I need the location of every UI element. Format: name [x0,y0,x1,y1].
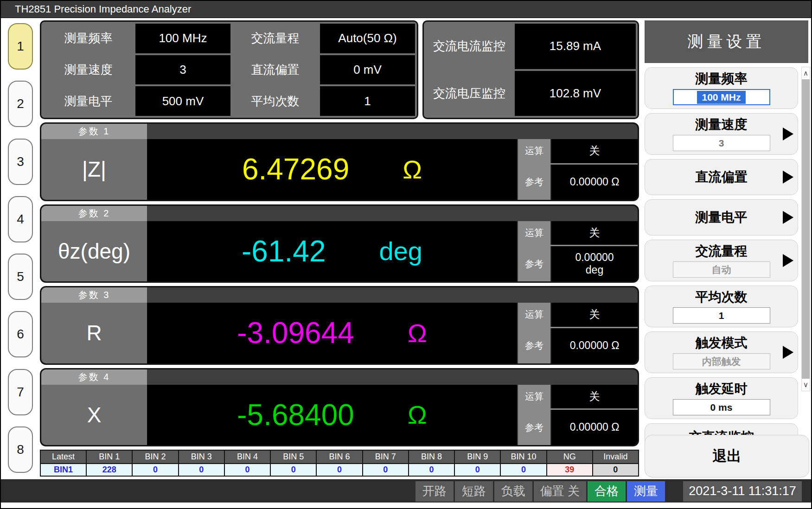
menu-item-label: 直流偏置 [696,169,748,185]
bin-column-value: 0 [363,464,408,476]
menu-item-label: 测量频率 [696,71,748,87]
parameter-unit: Ω [403,154,422,185]
sidebar-menu-item[interactable]: 平均次数 1 [645,286,798,327]
menu-item-label: 平均次数 [696,289,748,305]
top-summary-row: 测量频率 100 MHz 交流量程 Auto(50 Ω) 测量速度 3 直流偏置… [40,20,639,119]
bin-column-value: 0 [317,464,362,476]
setting-label: 直流偏置 [232,55,318,85]
setting-label: 测量电平 [43,86,134,116]
monitor-panel: 交流电流监控 15.89 mA 交流电压监控 102.8 mV [422,20,639,119]
parameter-name: R [41,303,147,363]
menu-item-label: 触发延时 [696,381,748,397]
sidebar-menu-item[interactable]: 测量速度 3 [645,113,798,155]
channel-tab[interactable]: 5 [8,254,33,300]
channel-tab[interactable]: 3 [8,139,33,185]
sidebar-menu-item[interactable]: 触发延时 0 ms [645,377,798,419]
sidebar-menu-item[interactable]: 测量频率 100 MHz [645,67,798,109]
menu-item-value-box[interactable]: 1 [673,307,770,324]
monitor-value: 15.89 mA [515,24,636,69]
status-datetime: 2021-3-11 11:31:17 [683,481,802,502]
exit-button[interactable]: 退出 [645,435,809,477]
parameter-unit: Ω [408,400,427,430]
channel-tab[interactable]: 1 [8,23,33,70]
channel-tab[interactable]: 7 [8,369,33,415]
bin-column-header: Latest [41,451,86,463]
parameter-panel: 参数 1 |Z| 6.47269 Ω 运算 关 [40,122,639,201]
bin-column-value: 0 [225,464,270,476]
chevron-right-icon [783,346,793,359]
operation-value: 关 [551,221,638,245]
bin-column-value: 0 [501,464,546,476]
sidebar-menu-item[interactable]: 测量电平 [645,199,798,235]
menu-item-option-box[interactable]: 自动 [673,261,770,278]
parameter-side-block: 运算 关 参考 0.00000 Ω [517,385,638,445]
sidebar-scrollbar[interactable]: ∧ ∨ [801,67,810,391]
status-cell[interactable]: 负载 [494,481,532,502]
status-cell[interactable]: 偏置 关 [534,481,586,502]
operation-label: 运算 [518,385,551,409]
bin-column-value: 0 [455,464,500,476]
bin-column-header: BIN 4 [225,451,270,463]
bin-column-header: BIN 9 [455,451,500,463]
chevron-right-icon [783,254,793,267]
monitor-label: 交流电流监控 [426,24,513,69]
bin-column-value: 0 [271,464,316,476]
parameter-header: 参数 4 [41,369,638,385]
app-title: TH2851 Precision Impedance Analyzer [15,3,191,15]
channel-tab-column: 12345678 [1,20,40,479]
channel-tab[interactable]: 4 [8,196,33,242]
reference-label: 参考 [518,165,551,200]
parameter-panel: 参数 4 X -5.68400 Ω 运算 关 [40,368,639,447]
parameter-header-tab: 参数 4 [41,369,147,385]
reference-value: 0.00000 deg [551,246,638,281]
parameter-header: 参数 2 [41,206,638,221]
parameter-display: -3.09644 Ω [147,303,517,363]
menu-item-value-box[interactable]: 0 ms [673,399,770,415]
operation-value: 关 [551,303,638,327]
setting-value: 3 [135,55,230,85]
bin-column-header: NG [547,451,592,463]
setting-value: 500 mV [135,86,230,116]
operation-row: 运算 关 [518,139,638,165]
channel-tab[interactable]: 6 [8,311,33,357]
channel-tab[interactable]: 8 [8,426,33,473]
setting-label: 测量频率 [43,24,134,53]
menu-item-value-box[interactable]: 3 [673,135,770,151]
bin-column-header: BIN 5 [271,451,316,463]
scroll-down-icon[interactable]: ∨ [803,379,808,391]
bin-column-header: BIN 7 [363,451,408,463]
settings-summary-panel: 测量频率 100 MHz 交流量程 Auto(50 Ω) 测量速度 3 直流偏置… [40,20,418,119]
sidebar-menu: 测量设置 测量频率 100 MHz 测量速度 3 [642,20,811,479]
status-cell[interactable]: 合格 [588,481,626,502]
sidebar-menu-item[interactable]: 触发模式 内部触发 [645,331,798,373]
menu-item-option-box[interactable]: 内部触发 [673,353,770,369]
menu-item-input-selected[interactable]: 100 MHz [673,89,770,105]
setting-value: 1 [320,86,415,116]
setting-value: 0 mV [320,55,415,85]
status-cell[interactable]: 开路 [416,481,454,502]
reference-row: 参考 0.00000 Ω [518,410,638,445]
bin-column-value: BIN1 [41,464,86,476]
parameter-body: R -3.09644 Ω 运算 关 [41,303,638,363]
sidebar-menu-item[interactable]: 直流偏置 [645,159,798,195]
setting-value: 100 MHz [135,24,230,53]
setting-label: 平均次数 [232,86,318,116]
scrollbar-thumb[interactable] [802,79,810,379]
chevron-right-icon [783,171,793,184]
sidebar-menu-item[interactable]: 交流量程 自动 [645,240,798,281]
chevron-right-icon [783,127,793,140]
parameter-header-tab: 参数 2 [41,206,147,221]
parameter-panel: 参数 2 θz(deg) -61.42 deg 运算 关 [40,204,639,283]
operation-row: 运算 关 [518,385,638,410]
reference-label: 参考 [518,328,551,363]
reference-value: 0.00000 Ω [551,328,638,363]
status-cell[interactable]: 测量 [627,481,665,502]
channel-tab[interactable]: 2 [8,81,33,127]
operation-label: 运算 [518,139,551,163]
parameter-body: θz(deg) -61.42 deg 运算 关 [41,221,638,282]
status-bar: 开路短路负载偏置 关合格测量 2021-3-11 11:31:17 [1,479,811,503]
parameter-name: X [41,385,147,445]
scroll-up-icon[interactable]: ∧ [803,67,808,79]
reference-row: 参考 0.00000 Ω [518,328,638,363]
status-cell[interactable]: 短路 [455,481,493,502]
